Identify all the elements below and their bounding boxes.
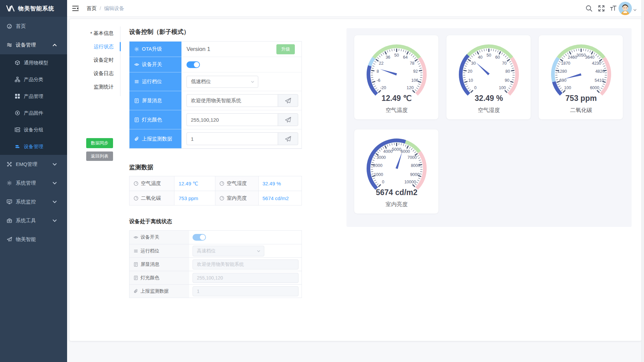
svg-text:-6: -6 (377, 78, 380, 83)
gauge-icon (133, 181, 139, 186)
sidebar-item-label: 设备管理 (16, 42, 36, 48)
sidebar-item-product-firmware[interactable]: 产品固件 (0, 105, 67, 121)
search-icon[interactable] (585, 5, 593, 12)
gauge-label: 二氧化碳 (570, 107, 593, 113)
table-row: 二氧化碳 753 ppm 室内亮度 5674 cd/m2 (129, 191, 302, 205)
sidebar-item-label: 系统监控 (16, 199, 36, 205)
list-icon (134, 79, 139, 84)
run-gear-select-disabled: 高速档位 (193, 246, 264, 256)
device-switch-toggle[interactable] (186, 61, 200, 68)
svg-text:22: 22 (379, 61, 383, 66)
svg-text:6000: 6000 (590, 85, 599, 90)
gear-icon (7, 180, 12, 186)
svg-text:-20: -20 (380, 85, 386, 90)
form-row-ota: OTA升级 Version 1 升级 (129, 42, 302, 57)
gauge-label: 室内亮度 (386, 201, 408, 207)
svg-text:60: 60 (495, 55, 500, 60)
sidebar-item-product-category[interactable]: 产品分类 (0, 71, 67, 88)
monitor-label-brightness: 室内亮度 (215, 191, 259, 205)
chevron-up-icon (52, 42, 57, 48)
fullscreen-icon[interactable] (598, 5, 605, 12)
form-row-color: 灯光颜色 (129, 110, 302, 129)
tab-monitor-stats[interactable]: 监测统计 (88, 80, 120, 94)
sidebar-item-system-tools[interactable]: 系统工具 (0, 211, 67, 230)
monitor-label: 空气温度 (141, 180, 161, 187)
sidebar-item-device-mgmt-sub[interactable]: 设备管理 (0, 138, 67, 155)
monitor-label: 空气湿度 (227, 180, 247, 187)
sidebar-submenu: 通用物模型 产品分类 产品管理 产品固件 设备分组 设备管理 (0, 54, 67, 155)
monitor-label-temp: 空气温度 (129, 176, 174, 191)
report-interval-input[interactable] (186, 132, 278, 145)
screen-message-input-disabled (193, 259, 299, 269)
gear-mode-label: 运行档位 (129, 244, 189, 257)
monitor-value-humidity: 32.49 % (259, 176, 302, 191)
field-label: 灯光颜色 (141, 275, 159, 281)
sidebar-item-home[interactable]: 首页 (0, 17, 67, 36)
firmware-version: Version 1 (186, 46, 210, 53)
report-content (181, 129, 302, 148)
sidebar-item-label: 系统管理 (16, 180, 36, 186)
sidebar-item-system-monitor[interactable]: 系统监控 (0, 192, 67, 211)
sidebar-item-label: 物美智能 (16, 236, 36, 243)
gauge-icon (133, 196, 139, 201)
avatar[interactable] (619, 2, 632, 15)
sidebar-item-device-group[interactable]: 设备分组 (0, 121, 67, 138)
back-to-list-button[interactable]: 返回列表 (86, 152, 113, 161)
tab-device-log[interactable]: 设备日志 (88, 67, 120, 80)
content-card: * 基本信息 运行状态 设备定时 设备日志 监测统计 数据同步 返回列表 设备控… (69, 19, 642, 341)
sidebar-item-system-mgmt[interactable]: 系统管理 (0, 174, 67, 192)
report-interval-input-disabled (193, 286, 299, 296)
sidebar-item-product-mgmt[interactable]: 产品管理 (0, 88, 67, 105)
sidebar-item-wumei[interactable]: 物美智能 (0, 230, 67, 249)
chevron-down-icon (251, 80, 255, 84)
tree-icon (15, 77, 20, 82)
toolbox-icon (7, 218, 12, 223)
sidebar-item-thing-model[interactable]: 通用物模型 (0, 54, 67, 71)
upgrade-button[interactable]: 升级 (276, 44, 295, 54)
sidebar-item-emq[interactable]: EMQ管理 (0, 155, 67, 174)
top-navbar: 首页 / 编辑设备 (67, 0, 641, 17)
svg-text:106: 106 (411, 78, 418, 83)
tab-running-status[interactable]: 运行状态 (88, 40, 120, 53)
sidebar-item-device-mgmt[interactable]: 设备管理 (0, 36, 67, 54)
avatar-image (619, 2, 632, 15)
send-icon (285, 98, 291, 104)
page-scrollbar[interactable] (641, 0, 644, 362)
svg-text:1280: 1280 (557, 69, 567, 74)
paperclip-icon (133, 289, 138, 294)
form-row-message: 屏显消息 (129, 91, 302, 110)
sidebar-toggle-icon[interactable] (72, 5, 79, 12)
light-color-input[interactable] (186, 113, 278, 126)
document-icon (134, 117, 139, 122)
svg-text:64: 64 (403, 55, 408, 60)
switch-label: 设备开关 (129, 57, 181, 72)
run-gear-select[interactable]: 低速档位 (186, 76, 258, 88)
caret-down-icon[interactable] (633, 9, 637, 11)
grid-icon (15, 94, 20, 99)
screen-message-input[interactable] (186, 94, 278, 107)
svg-text:50: 50 (487, 53, 491, 58)
sidebar-item-label: 设备管理 (24, 143, 43, 150)
temperature-gauge-chart: -20-6822365064789210612012.49 ℃空气温度 (354, 35, 439, 120)
app-logo-icon (6, 5, 15, 12)
send-color-button[interactable] (278, 113, 298, 126)
send-message-button[interactable] (278, 94, 298, 107)
ota-content: Version 1 升级 (181, 42, 302, 57)
breadcrumb-home[interactable]: 首页 (87, 5, 97, 12)
sidebar-menu: 首页 设备管理 通用物模型 产品分类 产品管理 产品固件 (0, 17, 67, 249)
light-color-content (181, 110, 302, 129)
send-report-button[interactable] (278, 132, 298, 145)
svg-text:7000: 7000 (408, 155, 417, 160)
tab-basic-info[interactable]: * 基本信息 (88, 26, 120, 40)
data-sync-button[interactable]: 数据同步 (86, 138, 113, 148)
font-size-icon[interactable] (609, 5, 617, 12)
form-row-report-offline: 上报监测数据 (129, 284, 302, 298)
emq-icon (7, 162, 12, 167)
main-content: * 基本信息 运行状态 设备定时 设备日志 监测统计 数据同步 返回列表 设备控… (67, 17, 641, 362)
gauge-icon (219, 181, 224, 186)
gear-mode-label: 运行档位 (129, 72, 181, 91)
app-logo-bar[interactable]: 物美智能系统 (0, 0, 67, 17)
svg-text:3050: 3050 (577, 53, 586, 58)
tab-device-timer[interactable]: 设备定时 (88, 53, 120, 67)
svg-text:5000: 5000 (392, 147, 401, 152)
